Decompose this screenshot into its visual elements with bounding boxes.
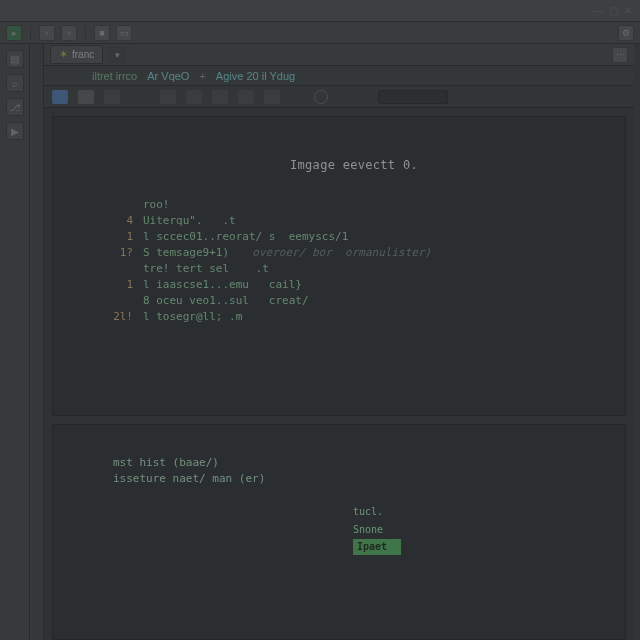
code-title: Imgage eevectt 0. — [113, 157, 595, 173]
clock-icon[interactable] — [314, 90, 328, 104]
completion-selected[interactable]: Ipaet — [353, 539, 401, 555]
code-line[interactable]: tre! tert sel .t — [113, 261, 595, 277]
code-line[interactable]: 1l iaascse1...emu cail} — [113, 277, 595, 293]
editor-region: ✶ franc ▾ ⋯ iltret irrco Ar VqeO + Agive… — [44, 44, 634, 640]
code-editor[interactable]: Imgage eevectt 0. roo! 4Uiterqu". .t 1l … — [52, 116, 626, 416]
console-pane[interactable]: mst hist (baae/) isseture naet/ man (er)… — [52, 424, 626, 640]
tool-c-icon[interactable] — [212, 90, 228, 104]
filter-input[interactable] — [378, 90, 448, 104]
code-line[interactable]: 1?S temsage9+1) overoer/ bor ormanuliste… — [113, 245, 595, 261]
console-line: mst hist (baae/) — [113, 455, 595, 471]
code-line[interactable]: roo! — [113, 197, 595, 213]
code-line[interactable]: 2l!l tosegr@ll; .m — [113, 309, 595, 325]
settings-button[interactable]: ⚙ — [618, 25, 634, 41]
crumb-1[interactable]: iltret irrco — [92, 70, 137, 82]
breadcrumb[interactable]: iltret irrco Ar VqeO + Agive 20 il Ydug — [44, 66, 634, 86]
main-toolbar: ▸ ‹ › ■ ▭ ⚙ — [0, 22, 640, 44]
layout-icon[interactable] — [104, 90, 120, 104]
panel-toggle-icon[interactable] — [52, 90, 68, 104]
tab-dropdown-icon[interactable]: ▾ — [109, 47, 125, 63]
separator — [30, 26, 31, 40]
tabs-row: ✶ franc ▾ ⋯ — [44, 44, 634, 66]
save-button[interactable]: ■ — [94, 25, 110, 41]
editor-tab[interactable]: ✶ franc — [50, 45, 103, 64]
separator — [85, 26, 86, 40]
crumb-2[interactable]: Ar VqeO — [147, 70, 189, 82]
minimize-icon[interactable]: — — [593, 5, 603, 16]
back-button[interactable]: ‹ — [39, 25, 55, 41]
tool-d-icon[interactable] — [238, 90, 254, 104]
editor-toolbar — [44, 86, 634, 108]
close-icon[interactable]: ✕ — [624, 5, 632, 16]
completion-item[interactable]: Snone — [353, 521, 401, 539]
app-titlebar: — ▢ ✕ — [0, 0, 640, 22]
tool-e-icon[interactable] — [264, 90, 280, 104]
completion-item[interactable]: tucl. — [353, 503, 401, 521]
tool-a-icon[interactable] — [160, 90, 176, 104]
crumb-plus: + — [199, 70, 205, 82]
maximize-icon[interactable]: ▢ — [609, 5, 618, 16]
tool-b-icon[interactable] — [186, 90, 202, 104]
console-line: isseture naet/ man (er) — [113, 471, 595, 487]
git-icon[interactable]: ⎇ — [6, 98, 24, 116]
forward-button[interactable]: › — [61, 25, 77, 41]
editor-wrap: Imgage eevectt 0. roo! 4Uiterqu". .t 1l … — [44, 108, 634, 640]
completion-popup[interactable]: tucl. Snone Ipaet — [353, 503, 401, 555]
activity-bar: ▤ ⌕ ⎇ ▶ — [0, 44, 30, 640]
open-button[interactable]: ▭ — [116, 25, 132, 41]
dirty-indicator-icon: ✶ — [59, 48, 68, 61]
more-icon[interactable]: ⋯ — [612, 47, 628, 63]
code-line[interactable]: 1l sccec01..reorat/ s eemyscs/1 — [113, 229, 595, 245]
explorer-icon[interactable]: ▤ — [6, 50, 24, 68]
run-button[interactable]: ▸ — [6, 25, 22, 41]
view-icon[interactable] — [78, 90, 94, 104]
code-line[interactable]: 4Uiterqu". .t — [113, 213, 595, 229]
crumb-3[interactable]: Agive 20 il Ydug — [216, 70, 295, 82]
fold-gutter — [30, 44, 44, 640]
search-icon[interactable]: ⌕ — [6, 74, 24, 92]
workspace: ▤ ⌕ ⎇ ▶ ✶ franc ▾ ⋯ iltret irrco Ar VqeO… — [0, 44, 640, 640]
scrollbar[interactable] — [634, 44, 640, 640]
tab-label: franc — [72, 49, 94, 60]
code-line[interactable]: 8 oceu veo1..sul creat/ — [113, 293, 595, 309]
debug-icon[interactable]: ▶ — [6, 122, 24, 140]
